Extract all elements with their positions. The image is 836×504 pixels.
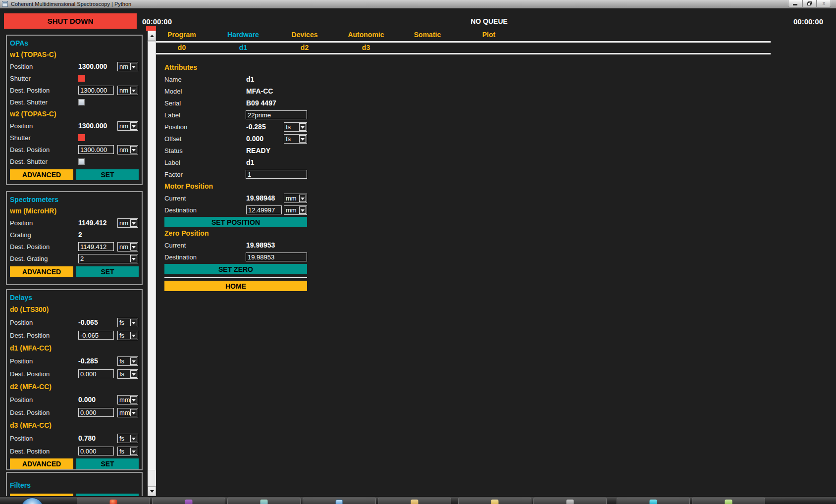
restore-button[interactable] — [802, 0, 817, 7]
zero-current-value: 19.98953 — [246, 241, 275, 249]
taskbar-app-yellow[interactable] — [458, 498, 531, 504]
d0-unit-dropdown[interactable]: fs — [117, 318, 138, 327]
tab-program[interactable]: Program — [151, 31, 212, 40]
delays-set-button[interactable]: SET — [76, 458, 139, 469]
w2-dest-position-input[interactable] — [78, 145, 114, 154]
tab-d0[interactable]: d0 — [151, 44, 212, 53]
close-button: x — [817, 0, 831, 7]
d3-dest-unit-dropdown[interactable]: fs — [117, 447, 138, 456]
wm-dest-unit-dropdown[interactable]: nm — [117, 242, 138, 252]
spectrometers-advanced-button[interactable]: ADVANCED — [10, 266, 73, 277]
app-purple-icon — [185, 500, 193, 504]
d0-dest-position-input[interactable] — [78, 331, 114, 340]
opas-set-button[interactable]: SET — [76, 169, 139, 180]
wm-unit-dropdown[interactable]: nm — [117, 218, 138, 228]
chevron-down-icon — [299, 195, 306, 202]
close-icon: x — [823, 1, 826, 6]
taskbar-app-purple[interactable] — [152, 498, 225, 504]
zero-destination-input[interactable] — [246, 252, 307, 261]
position-unit-dropdown[interactable]: fs — [284, 122, 307, 132]
spectrometers-title: Spectrometers — [10, 194, 139, 205]
motor-destination-row: Destination mm — [164, 204, 307, 216]
wm-dest-grating-row: Dest. Grating 2 — [10, 252, 139, 264]
app-teal-icon — [261, 500, 268, 504]
window-titlebar[interactable]: Coherent Multidimensional Spectroscopy |… — [0, 0, 836, 8]
offset-unit-dropdown[interactable]: fs — [284, 134, 307, 144]
tab-d1[interactable]: d1 — [212, 44, 274, 53]
set-zero-button[interactable]: SET ZERO — [164, 264, 307, 274]
filters-panel: Filters ADVANCED SET — [6, 472, 143, 496]
w1-dest-position-input[interactable] — [78, 86, 114, 95]
wm-dest-grating-dropdown[interactable]: 2 — [78, 254, 138, 263]
tab-d3[interactable]: d3 — [335, 44, 397, 53]
position-row: Position -0.285 fs — [164, 121, 307, 133]
start-orb[interactable] — [21, 498, 44, 504]
w1-dest-shutter-checkbox[interactable] — [78, 99, 85, 105]
wm-dest-position-input[interactable] — [78, 242, 114, 251]
minimize-button[interactable] — [788, 0, 802, 7]
scroll-up-button[interactable] — [148, 31, 156, 41]
d3-unit-dropdown[interactable]: fs — [117, 434, 138, 443]
app-green-icon — [725, 500, 732, 504]
tab-d2[interactable]: d2 — [274, 44, 335, 53]
app-yellow-icon — [491, 500, 499, 504]
w1-unit-dropdown[interactable]: nm — [117, 62, 138, 71]
d2-dest-position-input[interactable] — [78, 408, 114, 417]
tab-somatic[interactable]: Somatic — [397, 31, 458, 40]
shut-down-button[interactable]: SHUT DOWN — [4, 13, 137, 29]
arrow-up-icon — [150, 35, 154, 37]
label-input[interactable] — [246, 110, 307, 119]
w2-dest-unit-dropdown[interactable]: nm — [117, 145, 138, 154]
arrow-down-icon — [150, 490, 154, 493]
d2-unit-dropdown[interactable]: mm — [117, 395, 138, 404]
d2-dest-unit-dropdown[interactable]: mm — [117, 408, 138, 417]
w1-dest-unit-dropdown[interactable]: nm — [117, 86, 138, 95]
taskbar-app-blue[interactable] — [303, 498, 376, 504]
w2-position-value: 1300.000 — [78, 122, 107, 130]
opas-advanced-button[interactable]: ADVANCED — [10, 169, 73, 180]
taskbar-app-teal[interactable] — [227, 498, 301, 504]
d1-unit-dropdown[interactable]: fs — [117, 356, 138, 366]
wm-dest-position-row: Dest. Position nm — [10, 241, 139, 252]
taskbar-app-gray[interactable] — [533, 498, 607, 504]
scrollbar-thumb[interactable] — [148, 42, 156, 470]
motor-destination-input[interactable] — [246, 205, 282, 214]
d3-header: d3 (MFA-CC) — [10, 419, 139, 432]
spectrometers-panel: Spectrometers wm (MicroHR) Position 1149… — [6, 191, 143, 285]
d3-dest-position-input[interactable] — [78, 447, 114, 455]
d0-position-value: -0.065 — [78, 318, 98, 326]
d1-dest-position-input[interactable] — [78, 369, 114, 378]
taskbar-app-red[interactable] — [77, 498, 150, 504]
factor-input[interactable] — [246, 170, 307, 179]
spectrometers-set-button[interactable]: SET — [76, 266, 139, 277]
scroll-down-button[interactable] — [148, 486, 156, 496]
w2-unit-dropdown[interactable]: nm — [117, 121, 138, 131]
taskbar-folder[interactable] — [378, 498, 451, 504]
app-icon — [2, 1, 8, 7]
delays-advanced-button[interactable]: ADVANCED — [10, 458, 73, 469]
offset-value: 0.000 — [246, 135, 263, 143]
model-value: MFA-CC — [246, 87, 273, 95]
wm-header: wm (MicroHR) — [10, 205, 139, 217]
chevron-down-icon — [130, 370, 137, 378]
tab-devices[interactable]: Devices — [274, 31, 335, 40]
d0-dest-unit-dropdown[interactable]: fs — [117, 331, 138, 340]
d1-position-row: Position -0.285 fs — [10, 354, 139, 367]
tab-hardware[interactable]: Hardware — [212, 31, 274, 40]
home-button[interactable]: HOME — [164, 281, 307, 291]
taskbar-app-green[interactable] — [692, 498, 765, 504]
w1-position-row: Position 1300.000 nm — [10, 60, 139, 72]
w2-shutter-indicator — [78, 134, 85, 141]
d1-dest-unit-dropdown[interactable]: fs — [117, 369, 138, 379]
sidebar-scrollbar[interactable] — [148, 31, 156, 496]
tab-autonomic[interactable]: Autonomic — [335, 31, 397, 40]
wm-grating-row: Grating 2 — [10, 229, 139, 241]
tab-plot[interactable]: Plot — [458, 31, 520, 40]
set-position-button[interactable]: SET POSITION — [164, 217, 307, 227]
motor-destination-unit-dropdown[interactable]: mm — [284, 205, 307, 215]
name-value: d1 — [246, 75, 254, 83]
motor-current-unit-dropdown[interactable]: mm — [284, 194, 307, 203]
taskbar-app-cyan[interactable] — [617, 498, 690, 504]
delays-panel: Delays d0 (LTS300) Position -0.065 fs De… — [6, 289, 143, 470]
w2-dest-shutter-checkbox[interactable] — [78, 158, 85, 165]
